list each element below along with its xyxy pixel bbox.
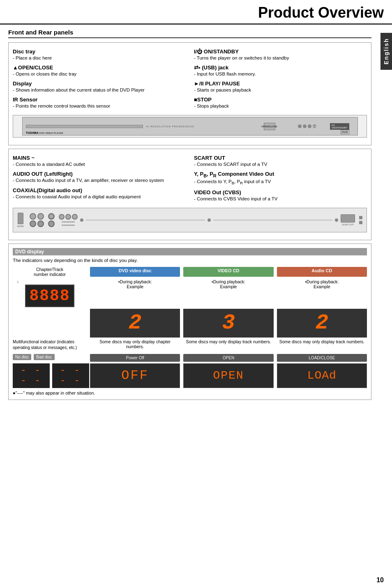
stop-title: ■STOP [194, 96, 367, 103]
panel-play-pause: ►/II PLAY/ PAUSE - Starts or pauses play… [194, 79, 367, 95]
dvd-example-digit-2: 3 [183, 309, 273, 338]
dvd-rear-illustration: MAINS [13, 208, 367, 232]
seg-display-off: OFF [90, 363, 180, 388]
audio-out-desc: - Connects to Audio input of a TV, an am… [13, 177, 186, 184]
dvd-display-desc: The indicators vary depending on the kin… [13, 258, 367, 263]
ir-sensor-title: IR Sensor [13, 96, 186, 103]
front-panels-grid: Disc tray - Place a disc here ▲OPEN/CLOS… [13, 47, 367, 111]
stop-desc: - Stops playback [194, 103, 367, 109]
panel-mains: MAINS ~ - Connects to a standard AC outl… [13, 153, 186, 169]
disc-tray-desc: - Place a disc here [13, 55, 186, 61]
display-desc: - Shows information about the current st… [13, 87, 186, 93]
usb-title: ⇄• (USB) jack [194, 64, 367, 71]
dvd-display-section: DVD display The indicators vary dependin… [8, 243, 371, 400]
front-panel-section: Disc tray - Place a disc here ▲OPEN/CLOS… [8, 42, 371, 145]
video-out-desc: - Connects to CVBS Video input of a TV [194, 195, 367, 202]
disc-tray-title: Disc tray [13, 48, 186, 55]
multifunc-label: Multifunctional indicator (indicates ope… [13, 339, 87, 351]
page-number: 10 [376, 577, 384, 584]
panel-disc-tray: Disc tray - Place a disc here [13, 47, 186, 63]
page-title: Product Overview [258, 4, 384, 21]
status-labels-container: No disc Bad disc [13, 354, 87, 362]
seg-display-load: LOAd [277, 363, 367, 388]
status-open: OPEN [183, 354, 273, 362]
english-tab: English [380, 33, 392, 70]
scart-out-desc: - Connects to SCART input of a TV [194, 161, 367, 168]
dvd-example-label-2: •During playback:Example [183, 279, 273, 307]
panel-open-close: ▲OPEN/CLOSE - Opens or closes the disc t… [13, 63, 186, 79]
coaxial-desc: - Connects to coaxial Audio input of a d… [13, 193, 186, 200]
scart-out-title: SCART OUT [194, 155, 367, 161]
rear-panel-left: MAINS ~ - Connects to a standard AC outl… [13, 153, 186, 203]
panel-stop: ■STOP - Stops playback [194, 95, 367, 111]
page-header: Product Overview [0, 0, 392, 25]
audio-cd-header: Audio CD [277, 267, 367, 277]
dvd-video-disc-header: DVD video disc [90, 267, 180, 277]
dvd-example-label-1: •During playback:Example [90, 279, 180, 307]
open-close-desc: - Opens or closes the disc tray [13, 71, 186, 77]
usb-desc: - Input for USB flash memory. [194, 71, 367, 77]
dvd-subdesc-1: Some discs may only display chapter numb… [90, 339, 180, 351]
video-out-title: VIDEO Out (CVBS) [194, 189, 367, 195]
rear-panels-grid: MAINS ~ - Connects to a standard AC outl… [13, 153, 367, 203]
status-no-disc: No disc [13, 354, 31, 360]
status-load-close: LOAD/CLOSE [277, 354, 367, 362]
panel-usb: ⇄• (USB) jack - Input for USB flash memo… [194, 63, 367, 79]
rear-panel-section: MAINS ~ - Connects to a standard AC outl… [8, 149, 371, 240]
on-standby-title: I/⏻ ON/STANDBY [194, 48, 367, 55]
dashes-left: - - - - [13, 363, 50, 388]
dashes-container: - - - - - - - - [13, 363, 87, 388]
rear-panel-right: SCART OUT - Connects to SCART input of a… [194, 153, 367, 203]
dvd-example-label-3: •During playback:Example [277, 279, 367, 307]
status-bad-disc: Bad disc [34, 354, 54, 360]
coaxial-title: COAXIAL(Digital audio out) [13, 187, 186, 193]
main-content: Front and Rear panels Disc tray - Place … [0, 25, 380, 407]
big-display: 8888 [25, 285, 74, 307]
dashes-right: - - - - [52, 363, 89, 388]
front-panel-right: I/⏻ ON/STANDBY - Turns the player on or … [194, 47, 367, 111]
dvd-example-digit-1: 2 [90, 309, 180, 338]
panel-on-standby: I/⏻ ON/STANDBY - Turns the player on or … [194, 47, 367, 63]
display-title: Display [13, 80, 186, 87]
mains-title: MAINS ~ [13, 155, 186, 161]
dvd-example-digit-3: 2 [277, 309, 367, 338]
chapter-display-container: ↓ 8888 [13, 279, 87, 307]
spacer-1 [13, 309, 87, 338]
audio-out-title: AUDIO OUT (Left/Right) [13, 171, 186, 177]
open-close-title: ▲OPEN/CLOSE [13, 64, 186, 71]
ir-sensor-desc: - Points the remote control towards this… [13, 103, 186, 109]
dvd-front-illustration: Hi-RESOLUTION PROGRESSIVE OPEN/CLOSE USB… [13, 115, 367, 138]
panel-audio-out: AUDIO OUT (Left/Right) - Connects to Aud… [13, 169, 186, 185]
panel-ir-sensor: IR Sensor - Points the remote control to… [13, 95, 186, 111]
mains-desc: - Connects to a standard AC outlet [13, 161, 186, 168]
panel-component-video: Y, PB, PR Component Video Out - Connects… [194, 169, 367, 187]
chapter-track-label: Chapter/Tracknumber indicator [13, 267, 87, 277]
panel-video-out: VIDEO Out (CVBS) - Connects to CVBS Vide… [194, 188, 367, 204]
section-title: Front and Rear panels [8, 29, 371, 38]
dvd-subdesc-3: Some discs may only display track number… [277, 339, 367, 351]
dvd-display-header: DVD display [13, 248, 367, 255]
component-video-title: Y, PB, PR Component Video Out [194, 171, 367, 178]
panel-display: Display - Shows information about the cu… [13, 79, 186, 95]
panel-scart-out: SCART OUT - Connects to SCART input of a… [194, 153, 367, 169]
play-pause-title: ►/II PLAY/ PAUSE [194, 80, 367, 87]
status-power-off: Power Off [90, 354, 180, 362]
status-row: No disc Bad disc [13, 354, 87, 360]
panel-coaxial: COAXIAL(Digital audio out) - Connects to… [13, 186, 186, 202]
dvd-subdesc-2: Some discs may only display track number… [183, 339, 273, 351]
play-pause-desc: - Starts or pauses playback [194, 87, 367, 93]
on-standby-desc: - Turns the player on or switches it to … [194, 55, 367, 61]
bullet-note: ●"----" may also appear in other situati… [13, 390, 367, 395]
front-panel-left: Disc tray - Place a disc here ▲OPEN/CLOS… [13, 47, 186, 111]
video-cd-header: VIDEO CD [183, 267, 273, 277]
component-video-desc: - Connects to Y, PB, PR input of a TV [194, 178, 367, 186]
seg-display-open: OPEN [183, 363, 273, 388]
